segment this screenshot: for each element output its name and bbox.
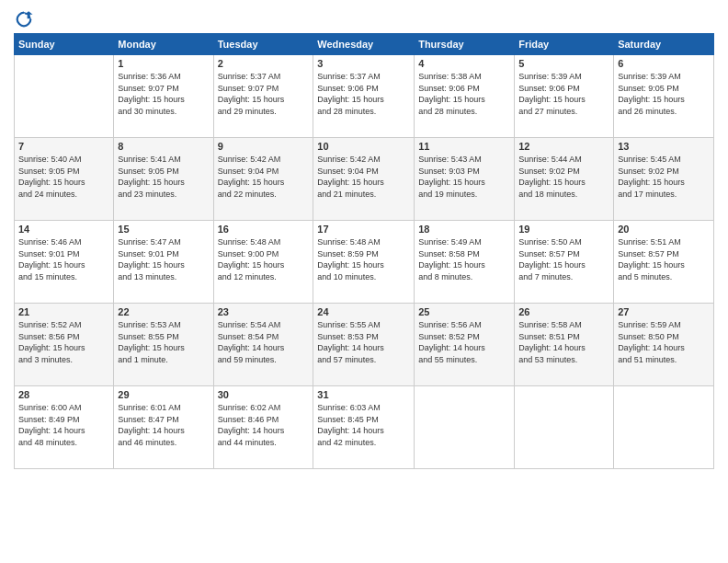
day-info: Sunrise: 5:38 AM Sunset: 9:06 PM Dayligh…	[418, 71, 510, 117]
day-info: Sunrise: 5:47 AM Sunset: 9:01 PM Dayligh…	[118, 236, 209, 282]
day-number: 20	[618, 224, 710, 235]
calendar-cell: 24Sunrise: 5:55 AM Sunset: 8:53 PM Dayli…	[313, 304, 415, 386]
calendar-page: SundayMondayTuesdayWednesdayThursdayFrid…	[0, 0, 728, 563]
calendar-cell: 2Sunrise: 5:37 AM Sunset: 9:07 PM Daylig…	[213, 55, 313, 138]
weekday-header: Thursday	[415, 34, 515, 55]
day-info: Sunrise: 5:39 AM Sunset: 9:06 PM Dayligh…	[518, 71, 609, 117]
weekday-header: Sunday	[15, 34, 114, 55]
day-number: 4	[418, 58, 510, 69]
day-number: 6	[618, 58, 710, 69]
day-info: Sunrise: 5:37 AM Sunset: 9:07 PM Dayligh…	[218, 71, 310, 117]
day-info: Sunrise: 5:36 AM Sunset: 9:07 PM Dayligh…	[118, 71, 209, 117]
day-info: Sunrise: 6:00 AM Sunset: 8:49 PM Dayligh…	[18, 402, 109, 448]
day-number: 30	[218, 389, 310, 400]
calendar-cell	[15, 55, 114, 138]
calendar-cell	[614, 386, 714, 469]
day-info: Sunrise: 5:59 AM Sunset: 8:50 PM Dayligh…	[618, 319, 710, 365]
calendar-cell: 1Sunrise: 5:36 AM Sunset: 9:07 PM Daylig…	[114, 55, 213, 138]
calendar-cell: 22Sunrise: 5:53 AM Sunset: 8:55 PM Dayli…	[114, 304, 213, 386]
calendar-cell: 12Sunrise: 5:44 AM Sunset: 9:02 PM Dayli…	[515, 138, 614, 221]
calendar-cell: 10Sunrise: 5:42 AM Sunset: 9:04 PM Dayli…	[313, 138, 415, 221]
calendar-cell: 6Sunrise: 5:39 AM Sunset: 9:05 PM Daylig…	[614, 55, 714, 138]
day-number: 24	[317, 306, 410, 317]
day-number: 19	[518, 224, 609, 235]
day-info: Sunrise: 5:39 AM Sunset: 9:05 PM Dayligh…	[618, 71, 710, 117]
weekday-header-row: SundayMondayTuesdayWednesdayThursdayFrid…	[15, 34, 714, 55]
calendar-week-row: 14Sunrise: 5:46 AM Sunset: 9:01 PM Dayli…	[15, 221, 714, 304]
day-info: Sunrise: 6:02 AM Sunset: 8:46 PM Dayligh…	[218, 402, 310, 448]
day-number: 16	[218, 224, 310, 235]
calendar-cell: 4Sunrise: 5:38 AM Sunset: 9:06 PM Daylig…	[415, 55, 515, 138]
calendar-cell: 26Sunrise: 5:58 AM Sunset: 8:51 PM Dayli…	[515, 304, 614, 386]
calendar-cell: 21Sunrise: 5:52 AM Sunset: 8:56 PM Dayli…	[15, 304, 114, 386]
day-info: Sunrise: 6:03 AM Sunset: 8:45 PM Dayligh…	[317, 402, 410, 448]
calendar-cell: 17Sunrise: 5:48 AM Sunset: 8:59 PM Dayli…	[313, 221, 415, 304]
day-info: Sunrise: 5:51 AM Sunset: 8:57 PM Dayligh…	[618, 236, 710, 282]
calendar-table: SundayMondayTuesdayWednesdayThursdayFrid…	[14, 33, 714, 469]
day-info: Sunrise: 5:56 AM Sunset: 8:52 PM Dayligh…	[418, 319, 510, 365]
weekday-header: Tuesday	[213, 34, 313, 55]
calendar-cell	[515, 386, 614, 469]
day-number: 27	[618, 306, 710, 317]
day-number: 7	[18, 141, 109, 152]
day-number: 8	[118, 141, 209, 152]
day-number: 14	[18, 224, 109, 235]
calendar-cell: 27Sunrise: 5:59 AM Sunset: 8:50 PM Dayli…	[614, 304, 714, 386]
svg-marker-0	[25, 11, 33, 18]
calendar-week-row: 21Sunrise: 5:52 AM Sunset: 8:56 PM Dayli…	[15, 304, 714, 386]
day-number: 9	[218, 141, 310, 152]
calendar-cell: 25Sunrise: 5:56 AM Sunset: 8:52 PM Dayli…	[415, 304, 515, 386]
day-number: 23	[218, 306, 310, 317]
calendar-cell: 11Sunrise: 5:43 AM Sunset: 9:03 PM Dayli…	[415, 138, 515, 221]
day-number: 22	[118, 306, 209, 317]
day-number: 3	[317, 58, 410, 69]
day-info: Sunrise: 5:46 AM Sunset: 9:01 PM Dayligh…	[18, 236, 109, 282]
calendar-cell: 18Sunrise: 5:49 AM Sunset: 8:58 PM Dayli…	[415, 221, 515, 304]
calendar-cell: 29Sunrise: 6:01 AM Sunset: 8:47 PM Dayli…	[114, 386, 213, 469]
day-number: 13	[618, 141, 710, 152]
day-info: Sunrise: 5:43 AM Sunset: 9:03 PM Dayligh…	[418, 154, 510, 200]
day-number: 18	[418, 224, 510, 235]
day-info: Sunrise: 5:41 AM Sunset: 9:05 PM Dayligh…	[118, 154, 209, 200]
day-number: 25	[418, 306, 510, 317]
day-number: 5	[518, 58, 609, 69]
day-number: 1	[118, 58, 209, 69]
day-info: Sunrise: 5:48 AM Sunset: 8:59 PM Dayligh…	[317, 236, 410, 282]
day-number: 31	[317, 389, 410, 400]
calendar-cell: 16Sunrise: 5:48 AM Sunset: 9:00 PM Dayli…	[213, 221, 313, 304]
day-info: Sunrise: 5:44 AM Sunset: 9:02 PM Dayligh…	[518, 154, 609, 200]
day-number: 21	[18, 306, 109, 317]
day-number: 15	[118, 224, 209, 235]
calendar-cell: 14Sunrise: 5:46 AM Sunset: 9:01 PM Dayli…	[15, 221, 114, 304]
logo-icon	[14, 9, 34, 29]
calendar-week-row: 7Sunrise: 5:40 AM Sunset: 9:05 PM Daylig…	[15, 138, 714, 221]
day-info: Sunrise: 5:37 AM Sunset: 9:06 PM Dayligh…	[317, 71, 410, 117]
day-info: Sunrise: 5:42 AM Sunset: 9:04 PM Dayligh…	[218, 154, 310, 200]
logo	[14, 9, 38, 29]
calendar-cell	[415, 386, 515, 469]
calendar-cell: 23Sunrise: 5:54 AM Sunset: 8:54 PM Dayli…	[213, 304, 313, 386]
day-info: Sunrise: 5:50 AM Sunset: 8:57 PM Dayligh…	[518, 236, 609, 282]
calendar-cell: 3Sunrise: 5:37 AM Sunset: 9:06 PM Daylig…	[313, 55, 415, 138]
calendar-cell: 15Sunrise: 5:47 AM Sunset: 9:01 PM Dayli…	[114, 221, 213, 304]
day-info: Sunrise: 5:40 AM Sunset: 9:05 PM Dayligh…	[18, 154, 109, 200]
calendar-cell: 8Sunrise: 5:41 AM Sunset: 9:05 PM Daylig…	[114, 138, 213, 221]
weekday-header: Saturday	[614, 34, 714, 55]
day-info: Sunrise: 5:52 AM Sunset: 8:56 PM Dayligh…	[18, 319, 109, 365]
calendar-week-row: 28Sunrise: 6:00 AM Sunset: 8:49 PM Dayli…	[15, 386, 714, 469]
calendar-cell: 28Sunrise: 6:00 AM Sunset: 8:49 PM Dayli…	[15, 386, 114, 469]
calendar-cell: 30Sunrise: 6:02 AM Sunset: 8:46 PM Dayli…	[213, 386, 313, 469]
day-info: Sunrise: 5:49 AM Sunset: 8:58 PM Dayligh…	[418, 236, 510, 282]
day-info: Sunrise: 6:01 AM Sunset: 8:47 PM Dayligh…	[118, 402, 209, 448]
day-number: 17	[317, 224, 410, 235]
weekday-header: Wednesday	[313, 34, 415, 55]
calendar-cell: 31Sunrise: 6:03 AM Sunset: 8:45 PM Dayli…	[313, 386, 415, 469]
calendar-cell: 5Sunrise: 5:39 AM Sunset: 9:06 PM Daylig…	[515, 55, 614, 138]
day-info: Sunrise: 5:54 AM Sunset: 8:54 PM Dayligh…	[218, 319, 310, 365]
day-number: 10	[317, 141, 410, 152]
day-info: Sunrise: 5:42 AM Sunset: 9:04 PM Dayligh…	[317, 154, 410, 200]
day-number: 2	[218, 58, 310, 69]
calendar-cell: 7Sunrise: 5:40 AM Sunset: 9:05 PM Daylig…	[15, 138, 114, 221]
day-number: 11	[418, 141, 510, 152]
calendar-week-row: 1Sunrise: 5:36 AM Sunset: 9:07 PM Daylig…	[15, 55, 714, 138]
